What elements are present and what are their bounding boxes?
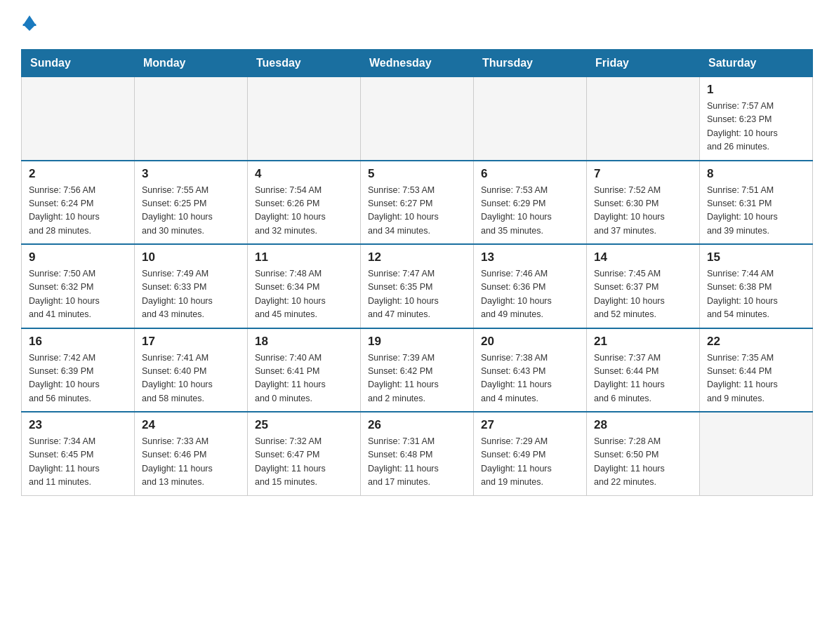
calendar-day-cell: 5Sunrise: 7:53 AM Sunset: 6:27 PM Daylig… [361, 161, 474, 245]
day-of-week-header: Thursday [474, 50, 587, 77]
day-info: Sunrise: 7:33 AM Sunset: 6:46 PM Dayligh… [142, 435, 240, 490]
day-info: Sunrise: 7:55 AM Sunset: 6:25 PM Dayligh… [142, 184, 240, 239]
day-number: 20 [481, 335, 579, 349]
day-number: 17 [142, 335, 240, 349]
calendar-day-cell: 11Sunrise: 7:48 AM Sunset: 6:34 PM Dayli… [248, 244, 361, 328]
day-number: 4 [255, 167, 353, 181]
day-number: 19 [368, 335, 466, 349]
day-number: 24 [142, 418, 240, 432]
day-number: 1 [707, 83, 805, 97]
day-info: Sunrise: 7:51 AM Sunset: 6:31 PM Dayligh… [707, 184, 805, 239]
day-of-week-header: Saturday [700, 50, 813, 77]
day-info: Sunrise: 7:28 AM Sunset: 6:50 PM Dayligh… [594, 435, 692, 490]
day-number: 3 [142, 167, 240, 181]
day-number: 23 [29, 418, 127, 432]
page-header [21, 14, 813, 35]
day-number: 7 [594, 167, 692, 181]
day-of-week-header: Tuesday [248, 50, 361, 77]
calendar-day-cell: 8Sunrise: 7:51 AM Sunset: 6:31 PM Daylig… [700, 161, 813, 245]
calendar-day-cell: 10Sunrise: 7:49 AM Sunset: 6:33 PM Dayli… [135, 244, 248, 328]
day-number: 14 [594, 250, 692, 264]
calendar-day-cell: 14Sunrise: 7:45 AM Sunset: 6:37 PM Dayli… [587, 244, 700, 328]
day-number: 12 [368, 250, 466, 264]
day-number: 18 [255, 335, 353, 349]
calendar-day-cell: 21Sunrise: 7:37 AM Sunset: 6:44 PM Dayli… [587, 328, 700, 412]
calendar-day-cell [700, 412, 813, 495]
calendar-day-cell [248, 77, 361, 161]
calendar-day-cell [135, 77, 248, 161]
day-info: Sunrise: 7:39 AM Sunset: 6:42 PM Dayligh… [368, 351, 466, 406]
day-number: 26 [368, 418, 466, 432]
day-info: Sunrise: 7:35 AM Sunset: 6:44 PM Dayligh… [707, 351, 805, 406]
calendar-day-cell [22, 77, 135, 161]
day-info: Sunrise: 7:46 AM Sunset: 6:36 PM Dayligh… [481, 267, 579, 322]
day-info: Sunrise: 7:42 AM Sunset: 6:39 PM Dayligh… [29, 351, 127, 406]
calendar-day-cell: 16Sunrise: 7:42 AM Sunset: 6:39 PM Dayli… [22, 328, 135, 412]
calendar-table: SundayMondayTuesdayWednesdayThursdayFrid… [21, 49, 813, 496]
day-number: 16 [29, 335, 127, 349]
calendar-day-cell: 22Sunrise: 7:35 AM Sunset: 6:44 PM Dayli… [700, 328, 813, 412]
calendar-day-cell: 3Sunrise: 7:55 AM Sunset: 6:25 PM Daylig… [135, 161, 248, 245]
calendar-day-cell: 6Sunrise: 7:53 AM Sunset: 6:29 PM Daylig… [474, 161, 587, 245]
day-number: 11 [255, 250, 353, 264]
calendar-day-cell [474, 77, 587, 161]
calendar-day-cell: 12Sunrise: 7:47 AM Sunset: 6:35 PM Dayli… [361, 244, 474, 328]
calendar-week-row: 23Sunrise: 7:34 AM Sunset: 6:45 PM Dayli… [22, 412, 813, 495]
calendar-day-cell: 28Sunrise: 7:28 AM Sunset: 6:50 PM Dayli… [587, 412, 700, 495]
day-info: Sunrise: 7:54 AM Sunset: 6:26 PM Dayligh… [255, 184, 353, 239]
calendar-day-cell: 27Sunrise: 7:29 AM Sunset: 6:49 PM Dayli… [474, 412, 587, 495]
day-info: Sunrise: 7:53 AM Sunset: 6:29 PM Dayligh… [481, 184, 579, 239]
day-number: 2 [29, 167, 127, 181]
day-number: 6 [481, 167, 579, 181]
calendar-week-row: 16Sunrise: 7:42 AM Sunset: 6:39 PM Dayli… [22, 328, 813, 412]
day-number: 13 [481, 250, 579, 264]
calendar-day-cell: 1Sunrise: 7:57 AM Sunset: 6:23 PM Daylig… [700, 77, 813, 161]
day-info: Sunrise: 7:44 AM Sunset: 6:38 PM Dayligh… [707, 267, 805, 322]
calendar-day-cell: 15Sunrise: 7:44 AM Sunset: 6:38 PM Dayli… [700, 244, 813, 328]
day-info: Sunrise: 7:40 AM Sunset: 6:41 PM Dayligh… [255, 351, 353, 406]
day-info: Sunrise: 7:53 AM Sunset: 6:27 PM Dayligh… [368, 184, 466, 239]
calendar-day-cell [587, 77, 700, 161]
day-number: 28 [594, 418, 692, 432]
calendar-day-cell: 4Sunrise: 7:54 AM Sunset: 6:26 PM Daylig… [248, 161, 361, 245]
day-number: 27 [481, 418, 579, 432]
day-info: Sunrise: 7:50 AM Sunset: 6:32 PM Dayligh… [29, 267, 127, 322]
day-info: Sunrise: 7:47 AM Sunset: 6:35 PM Dayligh… [368, 267, 466, 322]
calendar-day-cell: 2Sunrise: 7:56 AM Sunset: 6:24 PM Daylig… [22, 161, 135, 245]
calendar-week-row: 1Sunrise: 7:57 AM Sunset: 6:23 PM Daylig… [22, 77, 813, 161]
calendar-day-cell: 13Sunrise: 7:46 AM Sunset: 6:36 PM Dayli… [474, 244, 587, 328]
logo [21, 14, 37, 35]
calendar-week-row: 2Sunrise: 7:56 AM Sunset: 6:24 PM Daylig… [22, 161, 813, 245]
calendar-day-cell: 23Sunrise: 7:34 AM Sunset: 6:45 PM Dayli… [22, 412, 135, 495]
calendar-day-cell: 26Sunrise: 7:31 AM Sunset: 6:48 PM Dayli… [361, 412, 474, 495]
day-number: 10 [142, 250, 240, 264]
day-info: Sunrise: 7:52 AM Sunset: 6:30 PM Dayligh… [594, 184, 692, 239]
day-info: Sunrise: 7:37 AM Sunset: 6:44 PM Dayligh… [594, 351, 692, 406]
day-info: Sunrise: 7:29 AM Sunset: 6:49 PM Dayligh… [481, 435, 579, 490]
day-info: Sunrise: 7:48 AM Sunset: 6:34 PM Dayligh… [255, 267, 353, 322]
calendar-day-cell: 24Sunrise: 7:33 AM Sunset: 6:46 PM Dayli… [135, 412, 248, 495]
day-info: Sunrise: 7:38 AM Sunset: 6:43 PM Dayligh… [481, 351, 579, 406]
day-info: Sunrise: 7:41 AM Sunset: 6:40 PM Dayligh… [142, 351, 240, 406]
calendar-day-cell: 19Sunrise: 7:39 AM Sunset: 6:42 PM Dayli… [361, 328, 474, 412]
day-number: 21 [594, 335, 692, 349]
calendar-day-cell: 9Sunrise: 7:50 AM Sunset: 6:32 PM Daylig… [22, 244, 135, 328]
calendar-day-cell: 17Sunrise: 7:41 AM Sunset: 6:40 PM Dayli… [135, 328, 248, 412]
day-number: 9 [29, 250, 127, 264]
calendar-day-cell [361, 77, 474, 161]
day-number: 8 [707, 167, 805, 181]
calendar-day-cell: 25Sunrise: 7:32 AM Sunset: 6:47 PM Dayli… [248, 412, 361, 495]
day-info: Sunrise: 7:49 AM Sunset: 6:33 PM Dayligh… [142, 267, 240, 322]
day-number: 22 [707, 335, 805, 349]
day-of-week-header: Wednesday [361, 50, 474, 77]
calendar-week-row: 9Sunrise: 7:50 AM Sunset: 6:32 PM Daylig… [22, 244, 813, 328]
calendar-day-cell: 20Sunrise: 7:38 AM Sunset: 6:43 PM Dayli… [474, 328, 587, 412]
day-of-week-header: Sunday [22, 50, 135, 77]
calendar-day-cell: 18Sunrise: 7:40 AM Sunset: 6:41 PM Dayli… [248, 328, 361, 412]
day-number: 25 [255, 418, 353, 432]
day-info: Sunrise: 7:31 AM Sunset: 6:48 PM Dayligh… [368, 435, 466, 490]
day-info: Sunrise: 7:32 AM Sunset: 6:47 PM Dayligh… [255, 435, 353, 490]
day-info: Sunrise: 7:45 AM Sunset: 6:37 PM Dayligh… [594, 267, 692, 322]
day-info: Sunrise: 7:34 AM Sunset: 6:45 PM Dayligh… [29, 435, 127, 490]
calendar-day-cell: 7Sunrise: 7:52 AM Sunset: 6:30 PM Daylig… [587, 161, 700, 245]
